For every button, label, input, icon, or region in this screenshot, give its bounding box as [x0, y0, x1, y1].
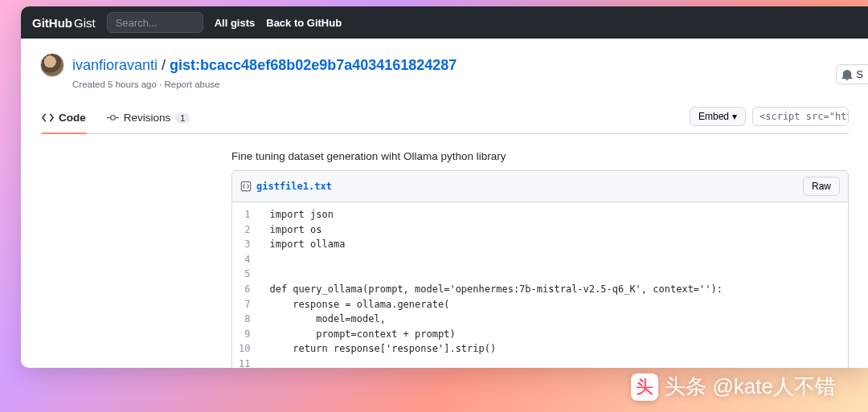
brand-main: GitHub	[32, 16, 72, 30]
svg-point-0	[110, 116, 115, 120]
watermark-badge: 头	[631, 373, 658, 401]
revisions-count: 1	[175, 112, 190, 124]
gist-meta: Created 5 hours ago · Report abuse	[72, 80, 849, 89]
line-number: 5	[237, 267, 252, 282]
line-number: 7	[237, 297, 252, 312]
star-label: S	[856, 68, 863, 80]
file-name-link[interactable]: gistfile1.txt	[256, 181, 332, 192]
source-code[interactable]: import json import os import ollama def …	[261, 202, 731, 368]
tab-code[interactable]: Code	[40, 105, 88, 133]
embed-label: Embed	[698, 111, 729, 122]
created-time: Created 5 hours ago	[72, 80, 157, 89]
embed-snippet-input[interactable]: <script src="htt	[752, 107, 849, 126]
watermark-text: 头条 @kate人不错	[665, 373, 836, 401]
gist-description: Fine tuning dataset generation wiht Olla…	[231, 150, 849, 162]
brand[interactable]: GitHub Gist	[32, 16, 96, 30]
report-abuse-link[interactable]: Report abuse	[164, 80, 219, 89]
code-icon	[42, 112, 54, 124]
code-block: 123456789101112131415 import json import…	[232, 202, 848, 368]
line-number: 1	[237, 207, 252, 222]
search-placeholder: Search...	[116, 17, 158, 29]
star-button[interactable]: S	[836, 64, 868, 84]
avatar[interactable]	[40, 53, 64, 77]
content: ivanfioravanti / gist:bcacc48ef68b02e9b7…	[21, 39, 868, 368]
toutiao-icon: 头	[636, 378, 653, 396]
gist-user-link[interactable]: ivanfioravanti	[72, 57, 158, 73]
raw-button[interactable]: Raw	[803, 177, 840, 196]
tab-revisions[interactable]: Revisions 1	[105, 105, 192, 133]
line-number: 2	[237, 222, 252, 238]
title-separator: /	[158, 57, 170, 73]
gist-title: ivanfioravanti / gist:bcacc48ef68b02e9b7…	[72, 57, 457, 74]
code-square-icon	[240, 181, 252, 192]
browser-window: GitHub Gist Search... All gists Back to …	[21, 6, 868, 368]
watermark: 头 头条 @kate人不错	[631, 373, 836, 401]
file-box: gistfile1.txt Raw 123456789101112131415 …	[231, 170, 849, 368]
raw-label: Raw	[812, 181, 831, 192]
file-header: gistfile1.txt Raw	[232, 171, 848, 202]
gist-title-bar: ivanfioravanti / gist:bcacc48ef68b02e9b7…	[40, 53, 849, 77]
line-number-gutter: 123456789101112131415	[232, 202, 261, 368]
embed-dropdown[interactable]: Embed ▾	[690, 107, 746, 126]
meta-dot: ·	[157, 80, 165, 89]
nav-all-gists[interactable]: All gists	[215, 17, 256, 29]
tab-code-label: Code	[59, 112, 86, 124]
line-number: 3	[237, 237, 252, 252]
chevron-down-icon: ▾	[732, 111, 737, 122]
topbar: GitHub Gist Search... All gists Back to …	[21, 6, 868, 39]
tabs-right: Embed ▾ <script src="htt	[690, 107, 849, 133]
line-number: 6	[237, 282, 252, 297]
nav-back-github[interactable]: Back to GitHub	[266, 17, 342, 29]
bell-icon	[841, 69, 853, 80]
line-number: 11	[237, 357, 252, 368]
gist-name-link[interactable]: gist:bcacc48ef68b02e9b7a4034161824287	[170, 57, 457, 73]
brand-sub: Gist	[74, 16, 96, 30]
git-commit-icon	[107, 112, 119, 124]
line-number: 4	[237, 252, 252, 267]
line-number: 10	[237, 341, 252, 357]
tab-revisions-label: Revisions	[124, 112, 171, 124]
line-number: 8	[237, 312, 252, 327]
tabs: Code Revisions 1 Embed ▾ <script src="ht…	[40, 105, 849, 134]
line-number: 9	[237, 327, 252, 342]
search-input[interactable]: Search...	[107, 12, 203, 33]
